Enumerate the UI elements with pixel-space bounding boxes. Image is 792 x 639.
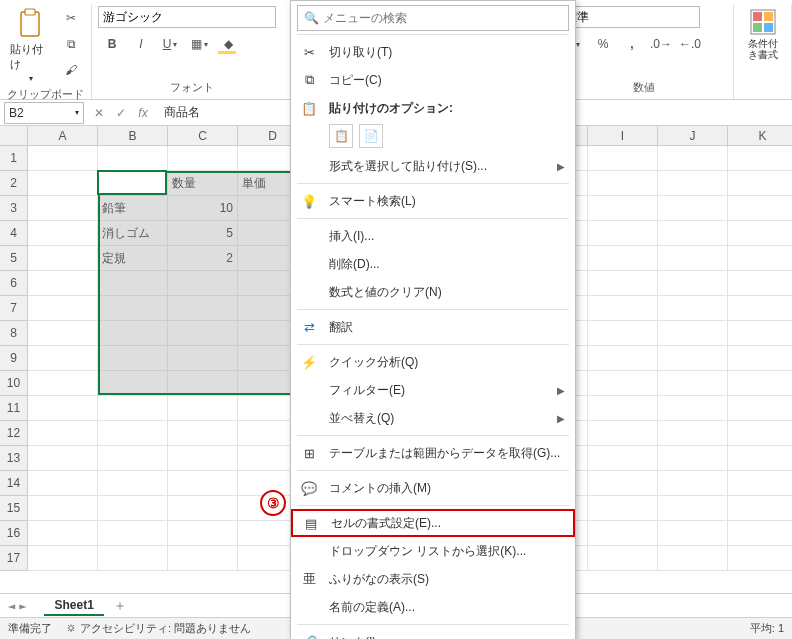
cell[interactable]: 数量 <box>168 171 238 196</box>
cell[interactable] <box>168 546 238 571</box>
cell[interactable] <box>658 496 728 521</box>
cell[interactable] <box>28 171 98 196</box>
menu-clear[interactable]: 数式と値のクリア(N) <box>291 278 575 306</box>
menu-phonetic[interactable]: 亜ふりがなの表示(S) <box>291 565 575 593</box>
cell[interactable] <box>728 346 792 371</box>
cell[interactable] <box>168 346 238 371</box>
cell[interactable] <box>98 146 168 171</box>
cell[interactable] <box>658 271 728 296</box>
menu-insert[interactable]: 挿入(I)... <box>291 222 575 250</box>
cancel-formula-icon[interactable]: ✕ <box>90 106 108 120</box>
row-header[interactable]: 9 <box>0 346 28 371</box>
conditional-format-button[interactable]: 条件付き書式 <box>740 6 785 62</box>
border-button[interactable]: ▦▾ <box>185 32 213 56</box>
menu-pick-from-list[interactable]: ドロップダウン リストから選択(K)... <box>291 537 575 565</box>
cell[interactable] <box>588 396 658 421</box>
menu-insert-comment[interactable]: 💬コメントの挿入(M) <box>291 474 575 502</box>
cell[interactable] <box>728 521 792 546</box>
menu-smart-lookup[interactable]: 💡スマート検索(L) <box>291 187 575 215</box>
menu-format-cells[interactable]: ▤セルの書式設定(E)... <box>291 509 575 537</box>
cell[interactable]: 定規 <box>98 246 168 271</box>
cell[interactable] <box>588 471 658 496</box>
menu-search-input[interactable] <box>323 11 562 25</box>
row-header[interactable]: 11 <box>0 396 28 421</box>
cut-icon[interactable]: ✂ <box>57 6 85 30</box>
cell[interactable] <box>728 496 792 521</box>
cell[interactable] <box>28 496 98 521</box>
cell[interactable] <box>658 146 728 171</box>
row-header[interactable]: 1 <box>0 146 28 171</box>
cell[interactable] <box>658 371 728 396</box>
cell[interactable] <box>728 371 792 396</box>
sheet-tab[interactable]: Sheet1 <box>44 596 103 616</box>
fill-color-button[interactable]: ◆ <box>214 32 242 56</box>
cell[interactable] <box>28 246 98 271</box>
cell[interactable]: 10 <box>168 196 238 221</box>
cell[interactable] <box>168 396 238 421</box>
cell[interactable]: 消しゴム <box>98 221 168 246</box>
cell[interactable] <box>28 221 98 246</box>
cell[interactable] <box>728 471 792 496</box>
row-header[interactable]: 10 <box>0 371 28 396</box>
cell[interactable] <box>588 171 658 196</box>
cell[interactable] <box>658 396 728 421</box>
row-header[interactable]: 3 <box>0 196 28 221</box>
cell[interactable]: 5 <box>168 221 238 246</box>
menu-delete[interactable]: 削除(D)... <box>291 250 575 278</box>
cell[interactable] <box>728 171 792 196</box>
cell[interactable] <box>28 446 98 471</box>
row-header[interactable]: 13 <box>0 446 28 471</box>
cell[interactable] <box>28 521 98 546</box>
cell[interactable] <box>98 521 168 546</box>
cell[interactable] <box>658 196 728 221</box>
cell[interactable] <box>658 546 728 571</box>
column-header[interactable]: K <box>728 126 792 146</box>
cell[interactable] <box>588 321 658 346</box>
cell[interactable] <box>658 221 728 246</box>
column-header[interactable]: J <box>658 126 728 146</box>
number-format-select[interactable] <box>560 6 700 28</box>
cell[interactable] <box>658 296 728 321</box>
cell[interactable] <box>168 296 238 321</box>
cell[interactable] <box>168 321 238 346</box>
menu-copy[interactable]: ⧉コピー(C) <box>291 66 575 94</box>
cell[interactable] <box>728 446 792 471</box>
paste-option-normal[interactable]: 📋 <box>329 124 353 148</box>
cell[interactable] <box>28 371 98 396</box>
cell[interactable]: 2 <box>168 246 238 271</box>
accessibility-status[interactable]: ⛭ アクセシビリティ: 問題ありません <box>66 621 251 636</box>
cell[interactable] <box>658 471 728 496</box>
cell[interactable] <box>588 546 658 571</box>
cell[interactable] <box>28 146 98 171</box>
column-header[interactable]: B <box>98 126 168 146</box>
cell[interactable] <box>168 471 238 496</box>
cell[interactable] <box>658 321 728 346</box>
cell[interactable] <box>658 246 728 271</box>
cell[interactable] <box>98 296 168 321</box>
cell[interactable] <box>98 271 168 296</box>
cell[interactable] <box>28 396 98 421</box>
row-header[interactable]: 16 <box>0 521 28 546</box>
copy-icon[interactable]: ⧉ <box>57 32 85 56</box>
cell[interactable] <box>588 246 658 271</box>
format-painter-icon[interactable]: 🖌 <box>57 58 85 82</box>
cell[interactable] <box>168 146 238 171</box>
cell[interactable]: 鉛筆 <box>98 196 168 221</box>
cell[interactable] <box>658 346 728 371</box>
underline-button[interactable]: U▾ <box>156 32 184 56</box>
comma-button[interactable]: , <box>618 32 646 56</box>
cell[interactable] <box>98 546 168 571</box>
cell[interactable] <box>588 446 658 471</box>
menu-get-data[interactable]: ⊞テーブルまたは範囲からデータを取得(G)... <box>291 439 575 467</box>
cell[interactable] <box>28 421 98 446</box>
cell[interactable] <box>658 521 728 546</box>
cell[interactable] <box>28 271 98 296</box>
bold-button[interactable]: B <box>98 32 126 56</box>
cell[interactable] <box>168 446 238 471</box>
row-header[interactable]: 17 <box>0 546 28 571</box>
cell[interactable] <box>588 421 658 446</box>
row-header[interactable]: 2 <box>0 171 28 196</box>
cell[interactable] <box>588 221 658 246</box>
menu-translate[interactable]: ⇄翻訳 <box>291 313 575 341</box>
cell[interactable] <box>28 321 98 346</box>
